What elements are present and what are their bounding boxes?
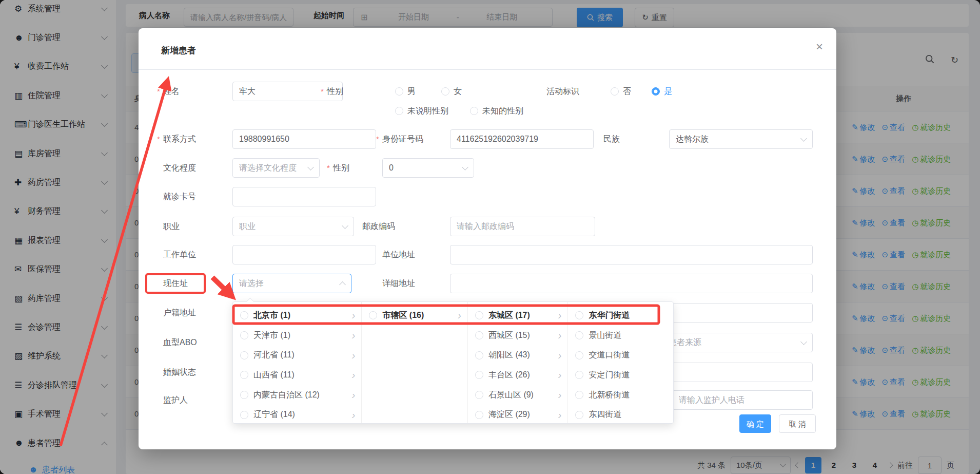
employer-address-label: 单位地址 <box>382 245 415 264</box>
cascader-city-option[interactable]: 市辖区 (16) › <box>362 306 467 326</box>
cascader-province-option[interactable]: 天津市 (1) › <box>233 326 361 346</box>
cancel-button[interactable]: 取 消 <box>779 414 816 433</box>
id-number-label: 身份证号码 <box>382 129 423 149</box>
detail-address-label: 详细地址 <box>382 274 415 293</box>
cascader-province-option[interactable]: 北京市 (1) › <box>233 306 361 326</box>
household-address-label: 户籍地址 <box>163 303 196 323</box>
id-number-input[interactable] <box>450 129 594 149</box>
active-flag-label: 活动标识 <box>546 82 579 101</box>
radio-icon <box>575 391 583 399</box>
chevron-down-icon <box>800 338 807 345</box>
chevron-right-icon: › <box>558 330 562 340</box>
current-address-label: 现住址 <box>163 274 188 293</box>
radio-icon <box>475 411 483 419</box>
close-icon[interactable]: × <box>816 41 823 53</box>
occupation-label: 职业 <box>163 217 180 236</box>
radio-icon <box>441 87 449 96</box>
gender2-label: 性别 <box>333 158 349 178</box>
chevron-right-icon: › <box>352 390 356 400</box>
cascader-province-option[interactable]: 辽宁省 (14) › <box>233 405 361 423</box>
name-input[interactable] <box>232 82 343 101</box>
cascader-street-option[interactable]: 东四街道 › <box>568 405 673 423</box>
required-star: * <box>376 129 379 149</box>
detail-address-input[interactable] <box>450 274 813 293</box>
active-flag-radio-yes[interactable]: 是 <box>652 82 672 101</box>
required-star: * <box>327 158 330 178</box>
dialog-title: 新增患者 <box>161 45 196 56</box>
radio-icon <box>470 107 478 115</box>
radio-icon <box>369 311 377 319</box>
cascader-district-option[interactable]: 西城区 (15) › <box>468 326 568 346</box>
education-label: 文化程度 <box>163 158 196 178</box>
name-label: 姓名 <box>163 82 180 101</box>
cascader-street-option[interactable]: 安定门街道 › <box>568 365 673 385</box>
ethnicity-select[interactable]: 达斡尔族 <box>669 129 813 149</box>
radio-checked-icon <box>652 87 660 96</box>
cascader-district-option[interactable]: 海淀区 (29) › <box>468 405 568 423</box>
cascader-province-option[interactable]: 河北省 (11) › <box>233 345 361 365</box>
gender-radio-unknown[interactable]: 未知的性别 <box>470 101 523 121</box>
chevron-right-icon: › <box>558 310 562 320</box>
radio-icon <box>611 87 619 96</box>
contact-label: 联系方式 <box>163 129 196 149</box>
postal-code-label: 邮政编码 <box>362 217 395 236</box>
radio-icon <box>575 371 583 379</box>
radio-icon <box>475 391 483 399</box>
required-star: * <box>157 82 160 101</box>
chevron-right-icon: › <box>352 330 356 340</box>
blood-type-label: 血型ABO <box>163 333 197 352</box>
radio-icon <box>475 331 483 339</box>
address-cascader-dropdown: 北京市 (1) › 天津市 (1) › 河北省 (11) › 山西省 (11) … <box>232 301 674 424</box>
required-star: * <box>321 82 324 101</box>
chevron-down-icon <box>342 222 348 229</box>
gender-radio-female[interactable]: 女 <box>441 82 462 101</box>
chevron-right-icon: › <box>558 350 562 361</box>
cascader-street-option[interactable]: 东华门街道 › <box>568 306 673 326</box>
current-address-cascader-trigger[interactable]: 请选择 <box>232 274 351 293</box>
marital-status-label: 婚姻状态 <box>163 363 196 382</box>
ethnicity-label: 民族 <box>603 129 620 149</box>
chevron-right-icon: › <box>352 350 356 361</box>
radio-icon <box>240 351 248 359</box>
cascader-district-option[interactable]: 石景山区 (9) › <box>468 385 568 405</box>
radio-icon <box>395 87 403 96</box>
cascader-street-option[interactable]: 交道口街道 › <box>568 345 673 365</box>
postal-code-input[interactable] <box>450 217 595 236</box>
cascader-province-option[interactable]: 山西省 (11) › <box>233 365 361 385</box>
required-star: * <box>157 129 160 149</box>
dialog-divider <box>139 69 836 70</box>
cascader-district-option[interactable]: 东城区 (17) › <box>468 306 568 326</box>
chevron-right-icon: › <box>352 410 356 420</box>
patient-source-select[interactable]: 患者来源 <box>662 333 813 352</box>
cascader-district-option[interactable]: 朝阳区 (43) › <box>468 345 568 365</box>
active-flag-radio-no[interactable]: 否 <box>611 82 631 101</box>
radio-icon <box>475 371 483 379</box>
gender-radio-male[interactable]: 男 <box>395 82 416 101</box>
chevron-down-icon <box>800 135 807 142</box>
guardian-phone-input[interactable] <box>672 390 813 410</box>
education-select[interactable]: 请选择文化程度 <box>232 158 320 178</box>
chevron-right-icon: › <box>352 310 356 320</box>
cascader-street-option[interactable]: 景山街道 › <box>568 326 673 346</box>
radio-icon <box>575 351 583 359</box>
contact-input[interactable] <box>232 129 376 149</box>
gender2-select[interactable]: 0 <box>382 158 474 178</box>
gender-label: 性别 <box>327 82 343 101</box>
chevron-up-icon <box>339 281 346 288</box>
chevron-right-icon: › <box>352 370 356 380</box>
employer-input[interactable] <box>232 245 376 264</box>
radio-icon <box>575 311 583 319</box>
occupation-select[interactable]: 职业 <box>232 217 354 236</box>
radio-icon <box>395 107 403 115</box>
radio-icon <box>240 331 248 339</box>
employer-address-input[interactable] <box>450 245 813 264</box>
gender-radio-unstated[interactable]: 未说明性别 <box>395 101 448 121</box>
cascader-street-option[interactable]: 北新桥街道 › <box>568 385 673 405</box>
visit-card-input[interactable] <box>232 187 376 206</box>
confirm-button[interactable]: 确 定 <box>739 414 771 433</box>
cascader-district-option[interactable]: 丰台区 (26) › <box>468 365 568 385</box>
radio-icon <box>475 351 483 359</box>
chevron-right-icon: › <box>558 370 562 380</box>
chevron-down-icon <box>462 164 468 170</box>
cascader-province-option[interactable]: 内蒙古自治区 (12) › <box>233 385 361 405</box>
